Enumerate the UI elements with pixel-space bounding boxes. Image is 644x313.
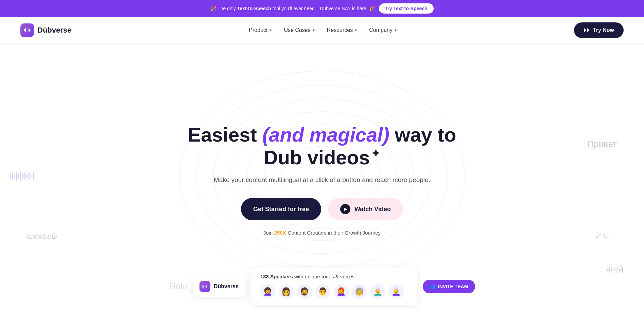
svg-marker-11 [203,284,204,289]
svg-marker-0 [24,28,26,33]
avatar-5: 👩‍🦰 [334,284,349,299]
try-now-label: Try Now [593,27,614,33]
hero-subtitle: Make your content multilingual at a clic… [169,176,475,184]
speakers-suffix: with unique tones & voices [293,274,355,279]
top-banner: 🎉 The only Text-to-Speech tool you'll ev… [0,0,644,17]
avatar-7: 👨‍🦳 [370,284,385,299]
try-now-button[interactable]: Try Now [574,22,624,38]
sparkle-icon: ✦ [371,147,380,160]
logo-link[interactable]: Dübverse [20,23,71,37]
float-word-russian: Привет [587,139,617,149]
nav-link-use-cases[interactable]: Use Cases ▾ [284,27,314,33]
join-text: Join 250K Content Creators in their Grow… [169,230,475,236]
bottom-preview: Holo Dübverse 183 Speakers with unique t… [169,268,475,305]
join-prefix: Join [263,230,274,236]
dubverse-card-label: Dübverse [214,283,239,290]
nav-link-company[interactable]: Company ▾ [369,27,396,33]
chevron-down-icon: ▾ [355,28,357,33]
speakers-count: 183 Speakers [260,274,293,279]
invite-label: INVITE TEAM [438,284,468,289]
banner-text: 🎉 The only Text-to-Speech tool you'll ev… [210,6,375,11]
play-circle-icon: ▶ [340,204,350,214]
svg-marker-3 [587,28,589,33]
banner-emoji-left: 🎉 [210,6,216,11]
title-magical: (and magical) [262,124,389,146]
speakers-card: 183 Speakers with unique tones & voices … [251,268,417,305]
speakers-title: 183 Speakers with unique tones & voices [260,274,408,279]
float-word-namaste: नमस्ते [606,265,624,275]
chevron-down-icon: ▾ [269,28,272,33]
svg-marker-12 [206,284,207,289]
chevron-down-icon: ▾ [395,28,397,33]
get-started-button[interactable]: Get Started for free [241,198,321,220]
float-word-holo: Holo [169,281,187,292]
avatar-6: 🧓 [352,284,367,299]
avatars-row: 👩‍🦱 👩 🧔 👨 👩‍🦰 🧓 👨‍🦳 👩‍🦳 [260,284,408,299]
nav-item-company[interactable]: Company ▾ [369,27,396,33]
hero-content: Easiest (and magical) way to Dub videos✦… [169,124,475,236]
try-tts-button[interactable]: Try Text-to-Speech [379,3,434,14]
logo-icon [20,23,34,37]
avatar-2: 👩 [279,284,294,299]
play-icon [584,27,590,33]
hero-section: வணக்கம் Привет హలో नमस्ते Easiest (and m… [0,44,644,309]
avatar-1: 👩‍🦱 [260,284,275,299]
float-word-telugu: హలో [595,232,610,241]
nav-item-use-cases[interactable]: Use Cases ▾ [284,27,314,33]
join-highlight: 250K [274,230,286,236]
join-suffix: Content Creators in their Growth Journey [286,230,381,236]
nav-links: Product ▾ Use Cases ▾ Resources ▾ Compan… [249,27,396,33]
svg-marker-1 [29,28,31,33]
avatar-3: 🧔 [297,284,312,299]
nav-item-product[interactable]: Product ▾ [249,27,272,33]
avatar-8: 👩‍🦳 [389,284,404,299]
nav-item-resources[interactable]: Resources ▾ [327,27,357,33]
banner-bold: Text-to-Speech [237,6,271,11]
navbar: Dübverse Product ▾ Use Cases ▾ Resources… [0,17,644,44]
watch-video-button[interactable]: ▶ Watch Video [328,198,403,220]
hero-buttons: Get Started for free ▶ Watch Video [169,198,475,220]
waveform-decoration [10,171,34,182]
nav-link-resources[interactable]: Resources ▾ [327,27,357,33]
svg-marker-2 [584,28,586,33]
chevron-down-icon: ▾ [313,28,315,33]
nav-link-product[interactable]: Product ▾ [249,27,272,33]
invite-icon: 👥 [430,284,435,289]
title-part1: Easiest [188,124,262,146]
hero-title: Easiest (and magical) way to Dub videos✦ [169,124,475,169]
float-word-tamil: வணக்கம் [27,232,57,241]
logo-text: Dübverse [37,26,71,35]
watch-video-label: Watch Video [354,206,391,213]
invite-team-button[interactable]: 👥 INVITE TEAM [423,280,475,293]
card-logo-icon [199,281,210,292]
avatar-4: 👨 [315,284,330,299]
dubverse-branding-card: Dübverse [193,276,245,297]
